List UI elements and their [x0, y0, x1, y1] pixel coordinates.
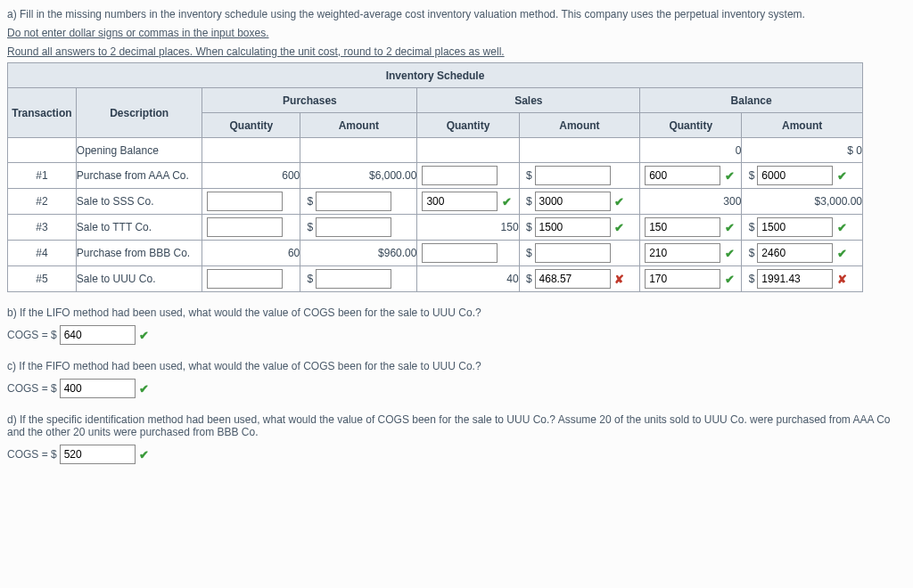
row1-desc: Purchase from AAA Co.: [76, 163, 202, 189]
dollar-icon: $: [745, 169, 754, 182]
dollar-icon: $: [304, 195, 313, 208]
row5-bal-qty-input[interactable]: [645, 269, 720, 289]
dollar-icon: $: [304, 221, 313, 233]
row5-sale-amt-input[interactable]: [535, 269, 611, 289]
row4-bal-amt-input[interactable]: [757, 243, 833, 263]
row2-desc: Sale to SSS Co.: [76, 189, 202, 215]
row4-sale-qty-input[interactable]: [422, 243, 498, 263]
table-row: #3 Sale to TTT Co. $ 150 $✔ ✔ $✔: [8, 215, 863, 241]
row2-sale-qty-input[interactable]: [422, 192, 498, 211]
question-c: c) If the FIFO method had been used, wha…: [7, 360, 906, 372]
table-row: #5 Sale to UUU Co. $ 40 $✘ ✔ $✘: [8, 266, 863, 292]
row2-pur-qty-input[interactable]: [207, 192, 283, 211]
col-bal-amt: Amount: [742, 113, 863, 138]
group-sales: Sales: [417, 88, 640, 113]
instructions: a) Fill in the missing numbers in the in…: [7, 7, 906, 59]
col-description: Description: [76, 88, 202, 138]
check-icon: ✔: [835, 169, 848, 183]
check-icon: ✔: [723, 273, 736, 286]
question-d: d) If the specific identification method…: [7, 413, 906, 438]
opening-desc: Opening Balance: [76, 138, 202, 163]
row5-pur-qty-input[interactable]: [207, 269, 283, 289]
row3-pur-amt-input[interactable]: [316, 217, 391, 237]
check-icon: ✔: [835, 247, 848, 260]
dollar-icon: $: [745, 247, 754, 259]
check-icon: ✔: [835, 221, 848, 234]
row4-bal-qty-input[interactable]: [645, 243, 720, 263]
row5-bal-amt-input[interactable]: [757, 269, 833, 289]
row5-pur-amt-input[interactable]: [316, 269, 391, 289]
cogs-d-input[interactable]: [60, 445, 136, 464]
group-purchases: Purchases: [202, 88, 417, 113]
row5-num: #5: [8, 266, 77, 292]
opening-bal-qty: 0: [640, 138, 742, 163]
cogs-c-label: COGS = $: [7, 382, 57, 395]
dollar-icon: $: [523, 273, 532, 285]
row3-desc: Sale to TTT Co.: [76, 215, 202, 241]
check-icon: ✔: [138, 382, 151, 396]
x-icon: ✘: [613, 273, 626, 286]
row1-sale-qty-input[interactable]: [422, 166, 498, 185]
dollar-icon: $: [745, 221, 754, 233]
check-icon: ✔: [723, 169, 736, 183]
row3-pur-qty-input[interactable]: [207, 217, 283, 237]
row3-num: #3: [8, 215, 77, 241]
row4-num: #4: [8, 241, 77, 266]
row1-num: #1: [8, 163, 77, 189]
dollar-icon: $: [523, 247, 532, 259]
row1-pur-qty: 600: [202, 163, 300, 189]
col-pur-qty: Quantity: [202, 113, 300, 138]
check-icon: ✔: [138, 448, 151, 461]
row3-bal-amt-input[interactable]: [757, 217, 833, 237]
table-row: #1 Purchase from AAA Co. 600 $6,000.00 $…: [8, 163, 863, 189]
cogs-b-label: COGS = $: [7, 329, 57, 341]
schedule-title: Inventory Schedule: [8, 63, 863, 88]
row2-pur-amt-input[interactable]: [316, 192, 391, 211]
opening-bal-amt: $ 0: [742, 138, 863, 163]
inventory-schedule-table: Inventory Schedule Transaction Descripti…: [7, 62, 863, 292]
check-icon: ✔: [500, 195, 513, 208]
check-icon: ✔: [138, 329, 151, 342]
row2-sale-amt-input[interactable]: [535, 192, 611, 211]
cogs-b-input[interactable]: [60, 325, 136, 345]
dollar-icon: $: [304, 273, 313, 285]
group-balance: Balance: [640, 88, 863, 113]
row4-sale-amt-input[interactable]: [535, 243, 611, 263]
intro-a: a) Fill in the missing numbers in the in…: [7, 7, 906, 22]
table-row: #2 Sale to SSS Co. $ ✔ $✔ 300 $3,000.00: [8, 189, 863, 215]
row1-sale-amt-input[interactable]: [535, 166, 611, 185]
col-pur-amt: Amount: [300, 113, 417, 138]
row3-sale-qty: 150: [417, 215, 519, 241]
question-b: b) If the LIFO method had been used, wha…: [7, 306, 906, 319]
check-icon: ✔: [723, 221, 736, 234]
row4-pur-amt: $960.00: [300, 241, 417, 266]
intro-warn1: Do not enter dollar signs or commas in t…: [7, 26, 906, 41]
dollar-icon: $: [745, 273, 754, 285]
dollar-icon: $: [523, 195, 532, 208]
row4-desc: Purchase from BBB Co.: [76, 241, 202, 266]
table-row: Opening Balance 0 $ 0: [8, 138, 863, 163]
col-transaction: Transaction: [8, 88, 77, 138]
row2-bal-qty: 300: [640, 189, 742, 215]
table-row: #4 Purchase from BBB Co. 60 $960.00 $ ✔ …: [8, 241, 863, 266]
x-icon: ✘: [835, 273, 848, 286]
dollar-icon: $: [523, 221, 532, 233]
row3-bal-qty-input[interactable]: [645, 217, 720, 237]
cogs-c-input[interactable]: [60, 379, 136, 398]
check-icon: ✔: [613, 195, 626, 208]
row3-sale-amt-input[interactable]: [535, 217, 611, 237]
col-sale-amt: Amount: [519, 113, 640, 138]
check-icon: ✔: [723, 247, 736, 260]
row2-num: #2: [8, 189, 77, 215]
col-bal-qty: Quantity: [640, 113, 742, 138]
row1-bal-qty-input[interactable]: [645, 166, 720, 185]
row5-sale-qty: 40: [417, 266, 519, 292]
row1-pur-amt: $6,000.00: [300, 163, 417, 189]
intro-warn2: Round all answers to 2 decimal places. W…: [7, 45, 906, 60]
row4-pur-qty: 60: [202, 241, 300, 266]
row5-desc: Sale to UUU Co.: [76, 266, 202, 292]
row1-bal-amt-input[interactable]: [757, 166, 833, 185]
cogs-d-label: COGS = $: [7, 448, 57, 461]
dollar-icon: $: [523, 169, 532, 182]
col-sale-qty: Quantity: [417, 113, 519, 138]
